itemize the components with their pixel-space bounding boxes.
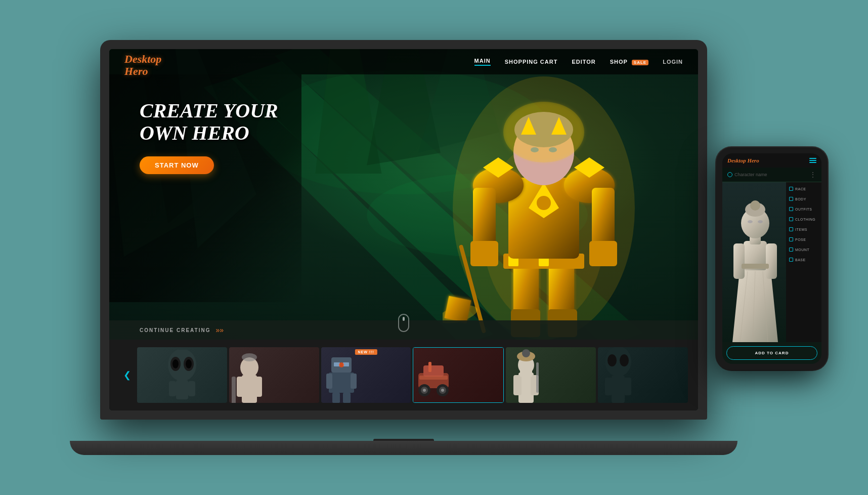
phone-menu-base[interactable]: BASE: [786, 255, 821, 264]
svg-rect-30: [589, 241, 617, 266]
scroll-indicator: [398, 314, 409, 332]
svg-point-46: [186, 359, 192, 368]
vehicle-thumb-svg: [413, 348, 454, 403]
svg-rect-27: [473, 188, 496, 249]
svg-rect-100: [742, 264, 769, 269]
svg-point-85: [607, 354, 617, 366]
thumbnails-bar: ❮: [109, 340, 698, 410]
svg-rect-54: [244, 373, 254, 380]
phone-main: RACE BODY OUTFITS CLOTHING: [722, 182, 821, 342]
thumbnail-alien[interactable]: [137, 347, 227, 403]
nav: Desktop Hero MAIN SHOPPING CART EDITOR S…: [109, 49, 698, 74]
svg-rect-51: [237, 377, 245, 397]
thumbnail-samurai[interactable]: [506, 347, 596, 403]
svg-rect-60: [351, 374, 357, 389]
thumbnail-warrior-female[interactable]: [229, 347, 319, 403]
svg-point-83: [522, 349, 530, 357]
base-icon: [789, 258, 793, 262]
svg-point-74: [423, 389, 426, 392]
phone-menu-clothing[interactable]: CLOTHING: [786, 215, 821, 224]
svg-rect-87: [612, 376, 625, 403]
phone-stone-figure-svg: [722, 190, 786, 342]
continue-text: CONTINUE CREATING: [140, 327, 210, 333]
phone-character-name: Character name: [727, 172, 767, 177]
nav-cart[interactable]: SHOPPING CART: [505, 59, 558, 65]
svg-rect-89: [624, 378, 631, 395]
svg-point-75: [441, 389, 444, 392]
svg-point-99: [758, 220, 763, 223]
svg-rect-82: [536, 362, 539, 393]
nav-editor[interactable]: EDITOR: [572, 59, 595, 65]
phone-character-preview: [722, 182, 786, 342]
pose-icon: [789, 237, 793, 241]
svg-rect-88: [605, 378, 612, 395]
clothing-icon: [789, 217, 793, 221]
sale-badge: SALE: [632, 60, 648, 65]
phone-more-button[interactable]: ⋮: [809, 171, 816, 179]
nav-login[interactable]: LOGIN: [663, 59, 683, 65]
thumbnail-vehicle[interactable]: [413, 347, 504, 403]
outfits-label: OUTFITS: [795, 208, 812, 211]
phone-menu-body[interactable]: BODY: [786, 194, 821, 203]
svg-rect-49: [188, 381, 195, 396]
thumbnail-alien2[interactable]: [598, 347, 688, 403]
thumbnail-mech[interactable]: NEW !!!: [321, 347, 411, 403]
alien2-thumb-svg: [598, 347, 638, 403]
phone-screen: Desktop Hero Character name ⋮: [722, 153, 821, 364]
svg-rect-80: [520, 370, 532, 377]
laptop-body: Desktop Hero MAIN SHOPPING CART EDITOR S…: [100, 40, 707, 420]
samurai-thumb-svg: [506, 347, 546, 403]
svg-rect-58: [329, 373, 354, 393]
nav-shop[interactable]: SHOP SALE: [610, 59, 648, 65]
svg-rect-52: [254, 377, 262, 397]
hero-title: CREATE YOUR OWN HERO: [140, 100, 278, 144]
base-label: BASE: [795, 258, 806, 262]
race-label: RACE: [795, 187, 806, 191]
phone-menu-pose[interactable]: POSE: [786, 235, 821, 244]
pose-label: POSE: [795, 238, 806, 241]
items-icon: [789, 227, 793, 231]
laptop: Desktop Hero MAIN SHOPPING CART EDITOR S…: [100, 40, 707, 455]
body-label: BODY: [795, 197, 806, 201]
scene: Desktop Hero MAIN SHOPPING CART EDITOR S…: [0, 0, 868, 495]
laptop-base: [70, 441, 737, 455]
new-badge: NEW !!!: [355, 349, 377, 355]
svg-rect-77: [513, 375, 522, 395]
phone: Desktop Hero Character name ⋮: [716, 147, 828, 370]
mount-label: MOUNT: [795, 248, 809, 252]
svg-rect-92: [733, 243, 745, 279]
warrior-female-thumb-svg: [229, 347, 270, 403]
warrior-svg: [443, 56, 645, 340]
body-icon: [789, 197, 793, 201]
phone-menu-mount[interactable]: MOUNT: [786, 245, 821, 254]
phone-sidebar: RACE BODY OUTFITS CLOTHING: [786, 182, 821, 342]
svg-point-45: [172, 359, 179, 368]
svg-point-65: [339, 362, 344, 367]
hamburger-button[interactable]: [809, 158, 816, 163]
phone-menu-outfits[interactable]: OUTFITS: [786, 204, 821, 214]
svg-point-22: [536, 195, 551, 211]
svg-point-41: [503, 102, 584, 162]
svg-point-86: [620, 354, 629, 366]
laptop-screen: Desktop Hero MAIN SHOPPING CART EDITOR S…: [109, 49, 698, 410]
site-logo: Desktop Hero: [124, 53, 161, 77]
website: Desktop Hero MAIN SHOPPING CART EDITOR S…: [109, 49, 698, 410]
add-to-card-button[interactable]: ADD TO CARD: [726, 346, 817, 360]
continue-arrows: »»: [215, 326, 224, 334]
phone-logo: Desktop Hero: [727, 157, 759, 163]
svg-rect-61: [332, 393, 340, 403]
start-now-button[interactable]: START NOW: [140, 156, 214, 174]
phone-menu-race[interactable]: RACE: [786, 184, 821, 193]
nav-main[interactable]: MAIN: [474, 58, 491, 66]
outfits-icon: [789, 207, 793, 211]
scroll-dot: [403, 317, 405, 321]
phone-nav: Desktop Hero: [722, 153, 821, 168]
svg-rect-48: [169, 381, 176, 396]
mount-icon: [789, 247, 793, 252]
thumb-prev-arrow[interactable]: ❮: [119, 369, 135, 381]
phone-menu-items[interactable]: ITEMS: [786, 225, 821, 234]
svg-rect-72: [428, 362, 431, 372]
svg-rect-62: [343, 393, 351, 403]
svg-rect-47: [176, 380, 188, 399]
items-label: ITEMS: [795, 228, 807, 231]
